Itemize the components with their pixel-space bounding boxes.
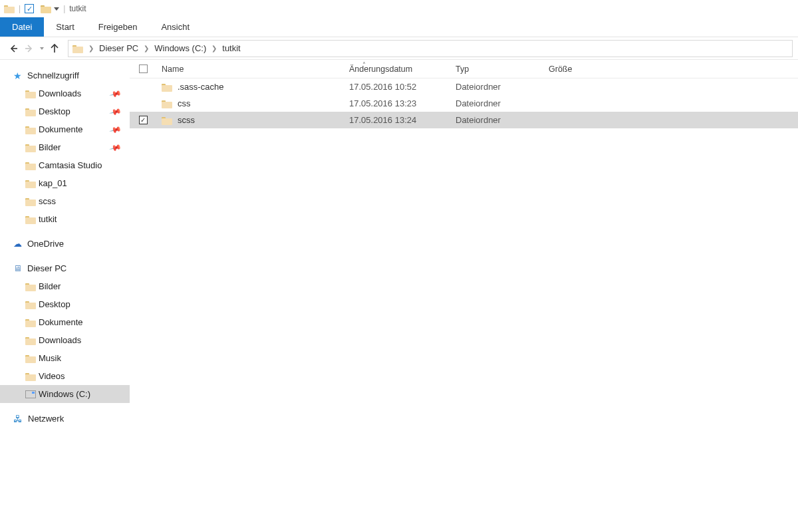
window-title: tutkit — [69, 4, 86, 13]
sidebar-network[interactable]: 🖧 Netzwerk — [0, 410, 130, 428]
sidebar-pc-documents[interactable]: Dokumente — [0, 313, 130, 331]
tab-start[interactable]: Start — [44, 17, 86, 37]
sidebar-item-downloads[interactable]: Downloads📌 — [0, 84, 130, 102]
sidebar-item-documents[interactable]: Dokumente📌 — [0, 120, 130, 138]
title-bar: | ✓ | tutkit — [0, 0, 798, 17]
sidebar-onedrive[interactable]: ☁ OneDrive — [0, 235, 130, 253]
nav-history-icon[interactable] — [40, 47, 44, 50]
sort-indicator-icon: ˄ — [362, 61, 366, 68]
folder-icon — [25, 372, 36, 381]
folder-icon — [25, 282, 36, 291]
crumb-folder[interactable]: tutkit — [222, 43, 240, 53]
folder-icon — [162, 99, 172, 108]
file-list: Name ˄ Änderungsdatum Typ Größe .sass-ca… — [130, 60, 798, 532]
crumb-drive[interactable]: Windows (C:) — [154, 43, 206, 53]
tab-share[interactable]: Freigeben — [86, 17, 150, 37]
network-icon: 🖧 — [13, 414, 23, 424]
select-all-checkbox[interactable] — [139, 65, 148, 73]
nav-back-button[interactable] — [5, 41, 21, 57]
table-row[interactable]: ✓ scss 17.05.2016 13:24 Dateiordner — [130, 112, 798, 128]
sidebar-pc-videos[interactable]: Videos — [0, 367, 130, 385]
chevron-right-icon: ❯ — [88, 45, 94, 52]
folder-icon — [162, 116, 172, 125]
column-size[interactable]: Größe — [549, 65, 628, 74]
pin-icon: 📌 — [109, 105, 122, 118]
sidebar-item-kap01[interactable]: kap_01 — [0, 174, 130, 192]
pin-icon: 📌 — [109, 141, 122, 154]
sidebar-pc-drive-c[interactable]: Windows (C:) — [0, 385, 130, 403]
pin-icon: 📌 — [109, 87, 122, 100]
folder-icon — [25, 89, 36, 98]
sidebar-item-desktop[interactable]: Desktop📌 — [0, 102, 130, 120]
star-icon: ★ — [13, 70, 22, 81]
app-icon — [4, 4, 15, 13]
folder-icon — [25, 300, 36, 309]
folder-icon — [25, 215, 36, 224]
table-row[interactable]: css 17.05.2016 13:23 Dateiordner — [130, 95, 798, 112]
sidebar-item-pictures[interactable]: Bilder📌 — [0, 138, 130, 156]
address-bar[interactable]: ❯ Dieser PC ❯ Windows (C:) ❯ tutkit — [68, 40, 793, 57]
chevron-right-icon: ❯ — [144, 45, 149, 52]
folder-icon — [25, 143, 36, 152]
folder-icon — [25, 161, 36, 170]
sidebar-item-scss[interactable]: scss — [0, 192, 130, 210]
sidebar-pc-music[interactable]: Musik — [0, 349, 130, 367]
sidebar-thispc[interactable]: 🖥 Dieser PC — [0, 259, 130, 277]
nav-tree: ★ Schnellzugriff Downloads📌 Desktop📌 Dok… — [0, 60, 130, 532]
folder-icon — [25, 318, 36, 327]
cloud-icon: ☁ — [13, 239, 22, 249]
folder-icon — [25, 179, 36, 188]
qat-properties-icon[interactable]: ✓ — [25, 4, 34, 13]
folder-icon — [25, 354, 36, 363]
sidebar-item-tutkit[interactable]: tutkit — [0, 210, 130, 228]
sidebar-quickaccess[interactable]: ★ Schnellzugriff — [0, 66, 130, 84]
explorer-window: | ✓ | tutkit Datei Start Freigeben Ansic… — [0, 0, 798, 532]
pin-icon: 📌 — [109, 123, 122, 136]
sidebar-pc-desktop[interactable]: Desktop — [0, 295, 130, 313]
folder-icon — [25, 197, 36, 206]
drive-icon — [25, 390, 36, 398]
qat-newfolder-icon[interactable] — [41, 4, 51, 13]
folder-icon — [25, 107, 36, 116]
folder-icon — [162, 82, 172, 92]
folder-icon — [25, 125, 36, 134]
sidebar-item-camtasia[interactable]: Camtasia Studio — [0, 156, 130, 174]
column-name[interactable]: Name — [156, 65, 349, 74]
pc-icon: 🖥 — [13, 263, 22, 273]
nav-row: ❯ Dieser PC ❯ Windows (C:) ❯ tutkit — [0, 37, 798, 60]
column-headers: Name ˄ Änderungsdatum Typ Größe — [130, 60, 798, 78]
qat-more-icon[interactable] — [54, 7, 59, 11]
crumb-pc[interactable]: Dieser PC — [99, 43, 138, 53]
sidebar-pc-downloads[interactable]: Downloads — [0, 331, 130, 349]
chevron-right-icon: ❯ — [211, 45, 217, 52]
folder-icon — [25, 336, 36, 345]
ribbon: Datei Start Freigeben Ansicht — [0, 17, 798, 37]
sidebar-pc-pictures[interactable]: Bilder — [0, 277, 130, 295]
tab-view[interactable]: Ansicht — [149, 17, 201, 37]
tab-file[interactable]: Datei — [0, 17, 44, 37]
body: ★ Schnellzugriff Downloads📌 Desktop📌 Dok… — [0, 60, 798, 532]
table-row[interactable]: .sass-cache 17.05.2016 10:52 Dateiordner — [130, 78, 798, 95]
row-checkbox[interactable]: ✓ — [139, 116, 148, 124]
address-folder-icon — [72, 44, 83, 53]
nav-up-button[interactable] — [47, 41, 63, 57]
column-type[interactable]: Typ — [456, 65, 549, 74]
nav-forward-button[interactable] — [21, 41, 37, 57]
